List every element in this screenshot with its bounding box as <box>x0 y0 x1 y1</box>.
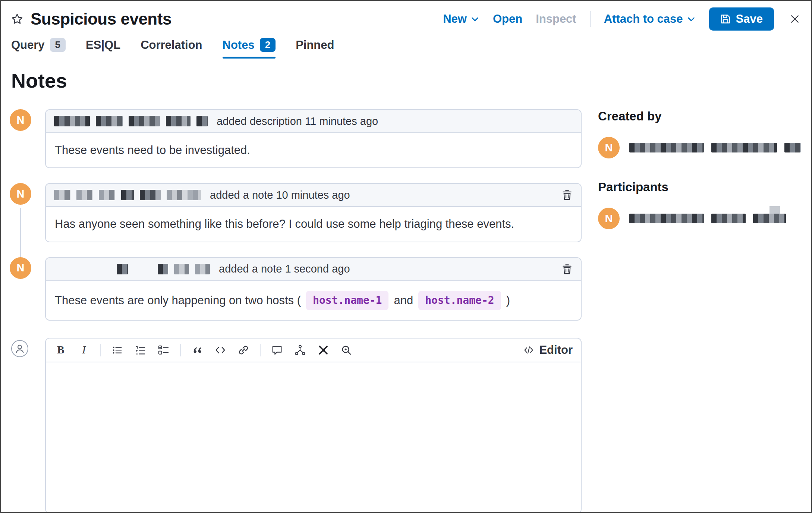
comment-icon <box>271 344 283 356</box>
note-body: Has anyone seen something like this befo… <box>46 207 581 241</box>
note-body-text: These events are only happening on two h… <box>55 293 301 308</box>
tab-query-label: Query <box>11 38 45 52</box>
page-title: Suspicious events <box>31 10 171 28</box>
insert-investigation-button[interactable] <box>293 343 307 357</box>
redacted-username <box>195 264 210 274</box>
note-action-text: added description 11 minutes ago <box>217 115 378 128</box>
inspect-button[interactable]: Inspect <box>536 12 576 26</box>
tab-correlation-label: Correlation <box>141 38 202 52</box>
person-icon <box>13 342 26 355</box>
chevron-down-icon <box>470 15 479 23</box>
timeline-header: Suspicious events New Open Inspect Attac… <box>1 1 811 34</box>
note-action-text: added a note 10 minutes ago <box>210 189 350 201</box>
tab-query[interactable]: Query 5 <box>11 38 66 59</box>
code-icon <box>215 344 226 356</box>
italic-icon: I <box>82 344 86 356</box>
redacted-username <box>629 143 704 152</box>
header-divider <box>590 11 591 27</box>
editor-toggle-label: Editor <box>539 343 573 357</box>
note-avatar-column: N <box>10 183 45 242</box>
editor-preview-toggle[interactable]: Editor <box>523 343 573 357</box>
avatar: N <box>598 208 620 229</box>
insert-timeline-button[interactable] <box>317 343 330 357</box>
insert-comment-button[interactable] <box>270 343 284 357</box>
toolbar-separator <box>260 344 261 356</box>
tab-notes[interactable]: Notes 2 <box>223 38 276 59</box>
note-card: added a note 10 minutes ago Has anyone s… <box>45 183 582 242</box>
ordered-list-button[interactable] <box>134 343 147 357</box>
note-body: These events need to be investigated. <box>46 133 581 167</box>
note-card: added a note 1 second ago These events a… <box>45 257 582 321</box>
redacted-username <box>129 116 160 126</box>
redacted-username <box>711 143 777 152</box>
new-note-editor-row: B I <box>10 338 582 513</box>
inspect-label: Inspect <box>536 12 576 26</box>
bold-icon: B <box>57 344 64 356</box>
code-button[interactable] <box>214 343 227 357</box>
checklist-icon <box>158 344 169 356</box>
title-group: Suspicious events <box>11 10 171 28</box>
avatar: N <box>10 183 31 205</box>
note-body-text: and <box>394 293 413 308</box>
attach-to-case-label: Attach to case <box>604 12 683 26</box>
notes-sidebar: Created by N Participants N <box>598 59 801 513</box>
tab-notes-badge: 2 <box>260 38 276 52</box>
link-button[interactable] <box>237 343 250 357</box>
toolbar-separator <box>180 344 181 356</box>
unordered-list-button[interactable] <box>111 343 124 357</box>
notes-tab-content: Notes N added description 11 minutes ago <box>1 59 811 513</box>
favorite-star-icon[interactable] <box>11 13 23 25</box>
new-menu-button[interactable]: New <box>443 12 479 26</box>
attach-to-case-button[interactable]: Attach to case <box>604 12 696 26</box>
redacted-username <box>629 214 786 223</box>
code-editor-icon <box>523 345 534 355</box>
redacted-username <box>54 190 70 200</box>
note-card-header: added a note 1 second ago <box>46 258 581 281</box>
note-item: N added a note 1 second ago <box>10 257 582 321</box>
close-button[interactable] <box>790 14 800 24</box>
tab-notes-label: Notes <box>223 38 255 52</box>
note-card-header: added description 11 minutes ago <box>46 110 581 133</box>
redacted-username <box>54 116 90 126</box>
tab-pinned-label: Pinned <box>296 38 334 52</box>
italic-button[interactable]: I <box>77 343 91 357</box>
delete-note-button[interactable] <box>561 189 573 201</box>
notes-heading: Notes <box>11 69 582 92</box>
note-body: These events are only happening on two h… <box>46 281 581 320</box>
tab-correlation[interactable]: Correlation <box>141 38 202 59</box>
tab-pinned[interactable]: Pinned <box>296 38 334 59</box>
osquery-icon <box>341 344 352 356</box>
host-name-chip: host.name-2 <box>418 291 501 310</box>
host-name-chip: host.name-1 <box>306 291 388 310</box>
quote-icon <box>192 344 203 356</box>
bold-button[interactable]: B <box>54 343 67 357</box>
created-by-user: N <box>598 137 801 158</box>
participants-heading: Participants <box>598 180 801 194</box>
redacted-username <box>140 190 161 200</box>
note-action-text: added a note 1 second ago <box>219 263 350 275</box>
note-textarea[interactable] <box>46 362 581 513</box>
insert-osquery-button[interactable] <box>340 343 353 357</box>
redacted-username <box>76 190 93 200</box>
redacted-username <box>167 190 201 200</box>
trash-icon <box>561 264 573 275</box>
delete-note-button[interactable] <box>561 264 573 275</box>
note-avatar-column: N <box>10 109 45 168</box>
trash-icon <box>561 189 573 201</box>
redacted-username <box>158 264 168 274</box>
bullet-list-icon <box>112 344 123 356</box>
redacted-username <box>174 264 189 274</box>
redacted-username <box>784 143 801 152</box>
task-list-button[interactable] <box>157 343 170 357</box>
timeline-flyout: Suspicious events New Open Inspect Attac… <box>0 0 812 513</box>
quote-button[interactable] <box>191 343 204 357</box>
save-button[interactable]: Save <box>709 7 774 31</box>
timeline-tabs: Query 5 ES|QL Correlation Notes 2 Pinned <box>1 34 811 59</box>
chevron-down-icon <box>687 15 696 23</box>
save-label: Save <box>736 12 763 26</box>
tab-query-badge: 5 <box>50 38 66 52</box>
open-button[interactable]: Open <box>493 12 522 26</box>
tab-esql[interactable]: ES|QL <box>86 38 120 59</box>
redacted-username <box>96 116 123 126</box>
hierarchy-icon <box>295 344 306 356</box>
